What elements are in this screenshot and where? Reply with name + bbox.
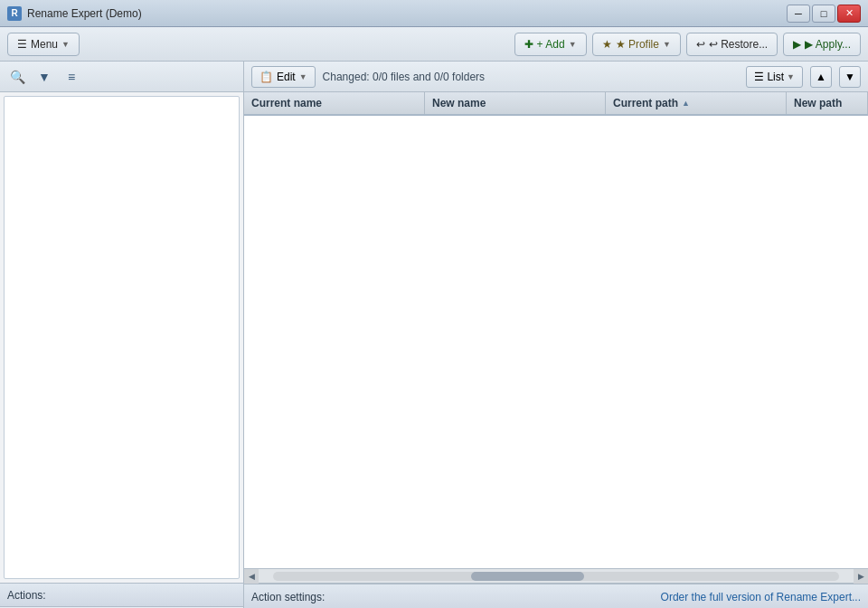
scroll-right-button[interactable]: ▶ (854, 569, 868, 584)
edit-file-icon: 📋 (259, 71, 273, 83)
profile-arrow-icon: ▼ (663, 40, 671, 49)
actions-header: Actions: (0, 584, 243, 607)
changed-info: Changed: 0/0 files and 0/0 folders (323, 71, 740, 83)
filter-button[interactable]: ▼ (34, 67, 54, 87)
list-icon: ☰ (754, 71, 764, 83)
restore-icon: ↩ (696, 38, 705, 51)
left-panel: 🔍 ▼ ≡ (0, 62, 244, 583)
action-settings-panel: Action settings: Order the full version … (244, 584, 868, 608)
apply-button[interactable]: ▶ ▶ Apply... (783, 33, 861, 56)
column-header-current-path[interactable]: Current path ▲ (606, 92, 787, 114)
file-list-area (4, 96, 240, 579)
action-settings-label: Action settings: (251, 591, 325, 603)
edit-arrow-icon: ▼ (299, 72, 307, 81)
file-table (244, 116, 868, 568)
search-button[interactable]: 🔍 (7, 67, 27, 87)
column-header-current-name[interactable]: Current name (244, 92, 425, 114)
sort-icon: ▲ (682, 99, 690, 108)
close-button[interactable]: ✕ (837, 5, 861, 23)
column-header-new-path[interactable]: New path (787, 92, 868, 114)
actions-panel: Actions: + ▼ ✕ ⊞ ↑ ↓ ✎ ⧉ (0, 584, 244, 608)
star-icon: ★ (602, 38, 612, 51)
menu-icon: ☰ (17, 38, 27, 51)
left-toolbar: 🔍 ▼ ≡ (0, 62, 243, 92)
add-arrow-icon: ▼ (569, 40, 577, 49)
app-icon: R (7, 6, 22, 21)
right-panel: 📋 Edit ▼ Changed: 0/0 files and 0/0 fold… (244, 62, 868, 583)
order-full-version-link[interactable]: Order the full version of Rename Expert.… (661, 591, 861, 603)
scroll-left-button[interactable]: ◀ (244, 569, 259, 584)
right-toolbar: 📋 Edit ▼ Changed: 0/0 files and 0/0 fold… (244, 62, 868, 92)
action-settings-header: Action settings: Order the full version … (244, 584, 868, 608)
up-nav-button[interactable]: ▲ (810, 66, 832, 88)
minimize-button[interactable]: ─ (787, 5, 810, 23)
up-arrow-icon: ▲ (816, 71, 826, 83)
main-content: 🔍 ▼ ≡ 📋 Edit ▼ Changed: 0/0 files and 0/… (0, 62, 868, 583)
menu-button[interactable]: ☰ Menu ▼ (7, 33, 80, 56)
horizontal-scrollbar[interactable]: ◀ ▶ (244, 568, 868, 583)
list-view-button[interactable]: ☰ List ▼ (746, 66, 803, 88)
window-controls: ─ □ ✕ (787, 5, 861, 23)
table-header: Current name New name Current path ▲ New… (244, 92, 868, 116)
actions-label: Actions: (7, 589, 46, 602)
profile-button[interactable]: ★ ★ Profile ▼ (592, 33, 681, 56)
column-header-new-name[interactable]: New name (425, 92, 606, 114)
apply-icon: ▶ (793, 38, 801, 51)
lower-section: Actions: + ▼ ✕ ⊞ ↑ ↓ ✎ ⧉ (0, 583, 868, 608)
main-toolbar: ☰ Menu ▼ ✚ + Add ▼ ★ ★ Profile ▼ ↩ ↩ Res… (0, 27, 868, 62)
list-arrow-icon: ▼ (787, 72, 795, 81)
edit-button[interactable]: 📋 Edit ▼ (251, 66, 316, 88)
title-bar: R Rename Expert (Demo) ─ □ ✕ (0, 0, 868, 27)
window-title: Rename Expert (Demo) (27, 7, 787, 20)
maximize-button[interactable]: □ (812, 5, 835, 23)
menu-arrow-icon: ▼ (61, 40, 70, 49)
down-nav-button[interactable]: ▼ (839, 66, 861, 88)
right-arrow-icon: ▶ (858, 572, 864, 581)
down-arrow-icon: ▼ (844, 71, 855, 83)
list-menu-button[interactable]: ≡ (61, 67, 81, 87)
restore-button[interactable]: ↩ ↩ Restore... (686, 33, 778, 56)
scroll-thumb[interactable] (471, 572, 584, 581)
left-arrow-icon: ◀ (249, 572, 255, 581)
add-icon: ✚ (524, 38, 533, 51)
add-button[interactable]: ✚ + Add ▼ (514, 33, 587, 56)
scroll-track[interactable] (273, 572, 839, 581)
